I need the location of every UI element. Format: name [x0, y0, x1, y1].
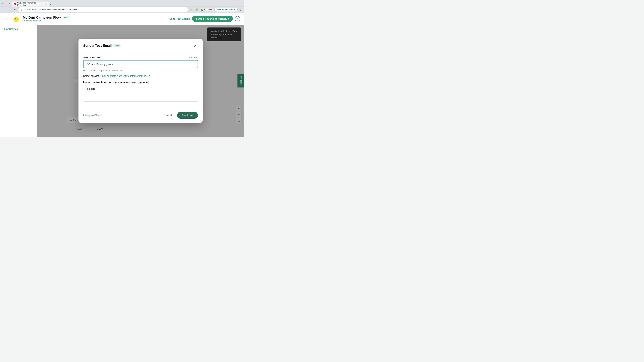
select-emails-label: Select emails:: [83, 74, 99, 77]
modal-close-button[interactable]: ✕: [192, 43, 198, 48]
browser-actions: ☆ 🧩 🕵️ Incognito Relaunch to update ⋮: [189, 7, 243, 12]
more-button[interactable]: ⋮: [238, 7, 243, 12]
svg-point-3: [14, 18, 16, 19]
window-controls: — ⬜ ✕: [1, 2, 10, 4]
audience-name: Moodjoy: [33, 19, 41, 22]
chevron-down-icon: ▾: [149, 75, 150, 77]
send-test-button[interactable]: Send test: [177, 112, 198, 119]
required-label: Required: [189, 56, 198, 59]
browser-chrome: — ⬜ ✕ M Customer Journeys | Mailchimp ✕ …: [0, 0, 244, 7]
maximize-button[interactable]: ⬜: [5, 2, 7, 4]
reload-button[interactable]: ↻: [13, 7, 18, 12]
email-input[interactable]: [83, 60, 198, 68]
minimize-button[interactable]: —: [1, 2, 4, 4]
test-email-modal: Send a Test Email New ✕ Send a test to R…: [78, 39, 202, 123]
mailchimp-logo: [12, 15, 20, 23]
canvas-area: → ⇌ Randomly split contacts by a percent…: [37, 25, 244, 137]
send-to-label: Send a test to: [83, 56, 100, 59]
incognito-badge: 🕵️ Incognito: [200, 8, 214, 11]
address-bar-row: ← → ↻ 🔒 us21.admin.mailchimp.com/custome…: [0, 7, 244, 13]
audience-label: Audience:: [23, 19, 32, 22]
send-to-row: Send a test to Required Use commas to se…: [83, 56, 198, 72]
footer-links: Privacy and Terms: [83, 114, 101, 116]
campaign-title-row: My Drip Campaign Flow Draft: [23, 15, 70, 19]
main-layout: Show Settings → ⇌ Randomly split contact…: [0, 25, 244, 137]
close-app-button[interactable]: ✕: [235, 16, 240, 21]
incognito-label: Incognito: [204, 8, 212, 11]
message-label: Include instructions and a personal mess…: [83, 81, 198, 83]
form-label-row: Send a test to Required: [83, 56, 198, 59]
relaunch-button[interactable]: Relaunch to update: [214, 8, 238, 12]
modal-overlay: Send a Test Email New ✕ Send a test to R…: [37, 25, 244, 137]
campaign-subtitle: Audience: Moodjoy: [23, 19, 70, 22]
tab-title: Customer Journeys | Mailchimp: [17, 2, 44, 6]
tab-close-icon[interactable]: ✕: [45, 3, 46, 5]
message-textarea[interactable]: text here: [83, 85, 198, 102]
campaign-title: My Drip Campaign Flow: [23, 15, 61, 19]
campaign-info: My Drip Campaign Flow Draft Audience: Mo…: [23, 15, 70, 22]
incognito-icon: 🕵️: [201, 8, 204, 11]
url-text: us21.admin.mailchimp.com/customer-journe…: [24, 8, 79, 11]
sidebar: Show Settings: [0, 25, 37, 137]
modal-header: Send a Test Email New ✕: [78, 39, 202, 51]
message-row: Include instructions and a personal mess…: [83, 81, 198, 102]
new-badge: New: [113, 44, 120, 47]
back-button[interactable]: ←: [1, 7, 6, 12]
terms-link[interactable]: Terms: [95, 114, 101, 116]
select-emails-row: Select emails: Email contacts from your …: [83, 74, 198, 77]
modal-title-area: Send a Test Email New: [83, 44, 120, 48]
start-trial-button[interactable]: Start a free trial to continue: [192, 15, 233, 22]
draft-badge: Draft: [62, 16, 70, 19]
bookmark-button[interactable]: ☆: [189, 7, 194, 12]
active-tab[interactable]: M Customer Journeys | Mailchimp ✕: [12, 1, 49, 6]
and-text: and: [91, 114, 95, 116]
app-content: ‹ My Drip Campaign Flow Draft Audience: …: [0, 13, 244, 137]
tab-bar: M Customer Journeys | Mailchimp ✕ +: [12, 0, 243, 6]
privacy-link[interactable]: Privacy: [83, 114, 90, 116]
select-emails-link[interactable]: Email contacts from your customer journe…: [100, 74, 150, 77]
modal-footer: Privacy and Terms Cancel Send test: [78, 109, 202, 123]
forward-button[interactable]: →: [7, 7, 12, 12]
new-tab-button[interactable]: +: [49, 2, 53, 6]
footer-actions: Cancel Send test: [161, 112, 198, 119]
collapse-sidebar-button[interactable]: ‹: [4, 16, 10, 21]
cancel-button[interactable]: Cancel: [161, 112, 174, 118]
app-bar-right: Send Test Emails Start a free trial to c…: [170, 15, 240, 22]
modal-body: Send a test to Required Use commas to se…: [78, 51, 202, 109]
select-emails-link-text: Email contacts from your customer journe…: [100, 74, 148, 77]
show-settings-link[interactable]: Show Settings: [3, 28, 18, 30]
extensions-button[interactable]: 🧩: [194, 7, 199, 12]
app-bar: ‹ My Drip Campaign Flow Draft Audience: …: [0, 13, 244, 25]
email-hint: Use commas to separate multiple emails: [83, 69, 198, 72]
svg-point-4: [17, 18, 18, 19]
app-bar-left: ‹ My Drip Campaign Flow Draft Audience: …: [4, 15, 70, 23]
send-test-emails-link[interactable]: Send Test Emails: [170, 17, 190, 20]
lock-icon: 🔒: [20, 8, 23, 11]
modal-title: Send a Test Email: [83, 44, 112, 48]
tab-favicon: M: [14, 3, 16, 5]
close-window-button[interactable]: ✕: [8, 2, 10, 4]
address-bar[interactable]: 🔒 us21.admin.mailchimp.com/customer-jour…: [18, 7, 188, 12]
